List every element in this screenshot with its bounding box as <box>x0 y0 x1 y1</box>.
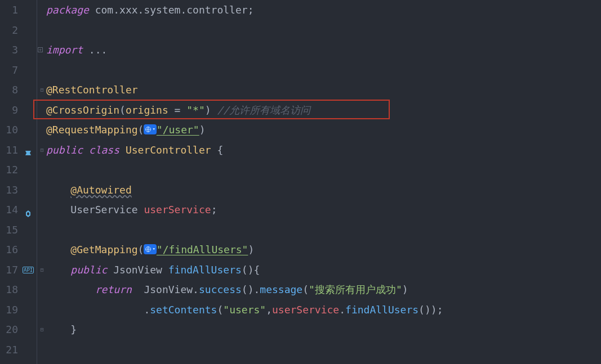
string-literal: "*" <box>186 104 205 116</box>
line-number: 14 <box>0 200 18 220</box>
package-path: com.xxx.system.controller <box>89 4 248 16</box>
type-name: JsonView <box>144 284 193 295</box>
line-number-gutter: 1 2 3 7 8 9 10 11 12 13 14 15 16 17 18 1… <box>0 0 23 364</box>
fold-expand-icon[interactable]: + <box>38 47 43 52</box>
bean-gutter-icon[interactable] <box>24 205 33 225</box>
code-line[interactable]: @CrossOrigin(origins = "*") //允许所有域名访问 <box>46 100 601 120</box>
class-name: UserController <box>126 144 217 156</box>
code-line[interactable]: +import ... <box>46 40 601 60</box>
fold-toggle-icon[interactable]: ⊟ <box>39 88 44 93</box>
dot: . <box>193 284 199 295</box>
annotation: @RestController <box>46 84 138 96</box>
semicolon: ; <box>211 204 217 215</box>
fold-toggle-icon[interactable]: ⊟ <box>39 327 44 332</box>
line-number: 21 <box>0 340 18 360</box>
keyword-package: package <box>46 4 89 16</box>
brace: { <box>217 144 223 156</box>
annotation-param: origins <box>126 104 168 116</box>
semicolon: ; <box>248 4 254 16</box>
code-line[interactable]: ⊟ } <box>46 320 601 340</box>
paren: ( <box>217 304 223 316</box>
code-line[interactable]: ⊟@RestController <box>46 80 601 100</box>
code-line[interactable] <box>46 60 601 80</box>
paren: ) <box>402 284 408 295</box>
chevron-down-icon: ▾ <box>152 239 155 259</box>
operator: = <box>168 104 187 116</box>
line-number: 1 <box>0 0 18 20</box>
dot: . <box>144 304 150 316</box>
code-line[interactable] <box>46 20 601 41</box>
type-name: UserService <box>70 204 144 215</box>
line-number: 18 <box>0 280 18 300</box>
code-line[interactable]: return JsonView.success().message("搜索所有用… <box>46 280 601 300</box>
keyword-import: import <box>46 44 83 56</box>
paren: ) <box>431 304 437 316</box>
line-number: 20 <box>0 320 18 340</box>
code-line[interactable] <box>46 340 601 360</box>
string-literal: "搜索所有用户成功" <box>309 284 402 295</box>
paren: ) <box>205 104 211 116</box>
method-call: findAllUsers <box>345 304 419 316</box>
line-number: 3 <box>0 40 18 60</box>
line-number: 12 <box>0 160 18 180</box>
url-globe-icon[interactable]: ▾ <box>144 244 156 254</box>
code-line[interactable] <box>46 220 601 240</box>
method-call: message <box>260 284 302 295</box>
annotation: @RequestMapping <box>46 124 138 136</box>
bean-gutter-icon[interactable] <box>24 144 33 164</box>
paren: ( <box>119 104 126 116</box>
brace: { <box>254 264 260 276</box>
code-line[interactable]: @RequestMapping(▾"/user") <box>46 120 601 140</box>
line-number: 10 <box>0 120 18 140</box>
code-line[interactable]: UserService userService; <box>46 200 601 220</box>
paren: ( <box>138 124 144 136</box>
annotation: @GetMapping <box>70 244 137 255</box>
keyword-public: public <box>70 264 113 276</box>
dot: . <box>254 284 260 295</box>
annotation: @CrossOrigin <box>46 104 119 116</box>
string-literal: "users" <box>223 304 266 316</box>
method-call: success <box>199 284 242 295</box>
comment: //允许所有域名访问 <box>211 104 311 116</box>
code-line[interactable]: @GetMapping(▾"/findAllUsers") <box>46 240 601 260</box>
parens: () <box>242 284 254 295</box>
paren: ( <box>302 284 309 295</box>
code-line[interactable]: ⊟public class UserController { <box>46 140 601 160</box>
method-call: setContents <box>150 304 217 316</box>
fold-toggle-icon[interactable]: ⊟ <box>39 268 44 273</box>
paren: ) <box>199 124 206 136</box>
code-line[interactable]: .setContents("users",userService.findAll… <box>46 300 601 320</box>
code-line[interactable]: ⊟ public JsonView findAllUsers(){ <box>46 260 601 280</box>
url-string[interactable]: "/user" <box>157 124 199 136</box>
api-gutter-icon[interactable]: API <box>23 267 34 273</box>
paren: ) <box>248 244 254 255</box>
keyword-public: public <box>46 144 89 156</box>
line-number: 8 <box>0 80 18 100</box>
line-number: 9 <box>0 100 18 120</box>
folded-ellipsis[interactable]: ... <box>83 44 107 56</box>
code-editor[interactable]: 1 2 3 7 8 9 10 11 12 13 14 15 16 17 18 1… <box>0 0 601 364</box>
line-number: 17 <box>0 260 18 280</box>
code-line[interactable]: @Autowired <box>46 180 601 200</box>
field-name: userService <box>144 204 211 215</box>
type-name: JsonView <box>113 264 168 276</box>
keyword-class: class <box>89 144 126 156</box>
line-number: 15 <box>0 220 18 240</box>
url-string[interactable]: "/findAllUsers" <box>157 244 248 255</box>
parens: () <box>419 304 431 316</box>
parens: () <box>242 264 254 276</box>
chevron-down-icon: ▾ <box>152 119 155 140</box>
paren: ( <box>138 244 144 255</box>
fold-toggle-icon[interactable]: ⊟ <box>39 148 44 153</box>
comma: , <box>266 304 272 316</box>
code-area[interactable]: package com.xxx.system.controller; +impo… <box>37 0 601 364</box>
code-line[interactable] <box>46 160 601 180</box>
dot: . <box>339 304 345 316</box>
url-globe-icon[interactable]: ▾ <box>144 124 156 134</box>
field-ref: userService <box>272 304 339 316</box>
brace: } <box>70 323 77 335</box>
line-number: 19 <box>0 300 18 320</box>
keyword-return: return <box>95 284 144 295</box>
code-line[interactable]: package com.xxx.system.controller; <box>46 0 601 20</box>
line-number: 2 <box>0 20 18 41</box>
